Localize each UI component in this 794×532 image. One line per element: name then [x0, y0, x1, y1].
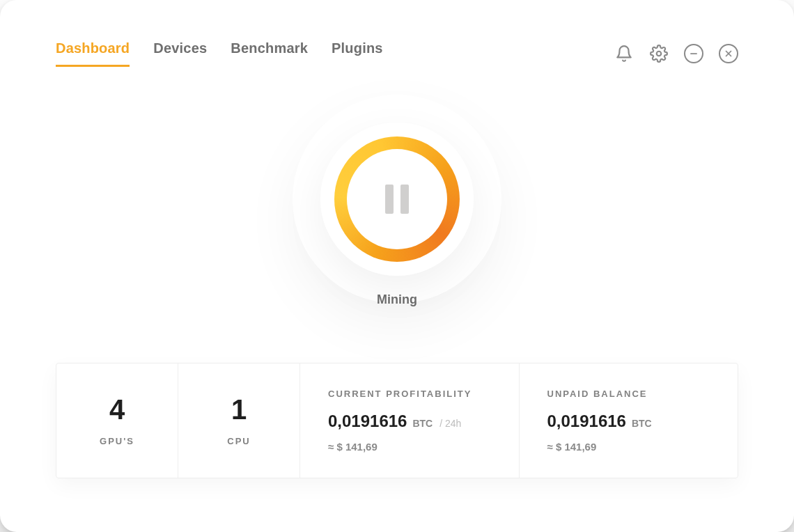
- top-bar: Dashboard Devices Benchmark Plugins: [0, 0, 794, 67]
- bell-icon[interactable]: [614, 44, 634, 63]
- balance-amount-row: 0,0191616 BTC: [547, 412, 710, 431]
- cpu-label: CPU: [227, 436, 250, 446]
- profitability-amount-row: 0,0191616 BTC / 24h: [328, 412, 491, 431]
- gear-icon[interactable]: [649, 44, 669, 63]
- card-gpus: 4 GPU'S: [56, 363, 178, 478]
- tab-devices[interactable]: Devices: [153, 40, 207, 67]
- app-window: Dashboard Devices Benchmark Plugins: [0, 0, 794, 532]
- balance-amount: 0,0191616: [547, 412, 626, 431]
- tab-plugins[interactable]: Plugins: [332, 40, 383, 67]
- status-label: Mining: [377, 292, 417, 307]
- status-hero: Mining: [0, 123, 794, 307]
- card-balance: UNPAID BALANCE 0,0191616 BTC ≈ $ 141,69: [520, 363, 738, 478]
- stats-row: 4 GPU'S 1 CPU CURRENT PROFITABILITY 0,01…: [56, 363, 738, 478]
- window-controls: [614, 44, 738, 63]
- balance-unit: BTC: [632, 418, 652, 429]
- profitability-unit: BTC: [412, 418, 433, 429]
- profitability-title: CURRENT PROFITABILITY: [328, 389, 491, 399]
- tab-benchmark[interactable]: Benchmark: [231, 40, 308, 67]
- card-profitability: CURRENT PROFITABILITY 0,0191616 BTC / 24…: [300, 363, 520, 478]
- profitability-per: / 24h: [439, 418, 461, 429]
- pause-icon: [385, 185, 409, 214]
- card-cpu: 1 CPU: [178, 363, 300, 478]
- tabs: Dashboard Devices Benchmark Plugins: [56, 40, 383, 67]
- gpus-label: GPU'S: [100, 436, 134, 446]
- gpus-count: 4: [109, 396, 125, 423]
- profitability-amount: 0,0191616: [328, 412, 407, 431]
- cpu-count: 1: [231, 396, 247, 423]
- tab-dashboard[interactable]: Dashboard: [56, 40, 130, 67]
- profitability-approx: ≈ $ 141,69: [328, 441, 491, 453]
- mining-toggle-wrap: [320, 123, 474, 276]
- mining-toggle-inner: [347, 149, 447, 249]
- balance-approx: ≈ $ 141,69: [547, 441, 710, 453]
- balance-title: UNPAID BALANCE: [547, 389, 710, 399]
- mining-toggle-button[interactable]: [334, 136, 460, 262]
- close-icon[interactable]: [719, 44, 738, 63]
- minimize-icon[interactable]: [684, 44, 703, 63]
- svg-point-0: [657, 52, 662, 56]
